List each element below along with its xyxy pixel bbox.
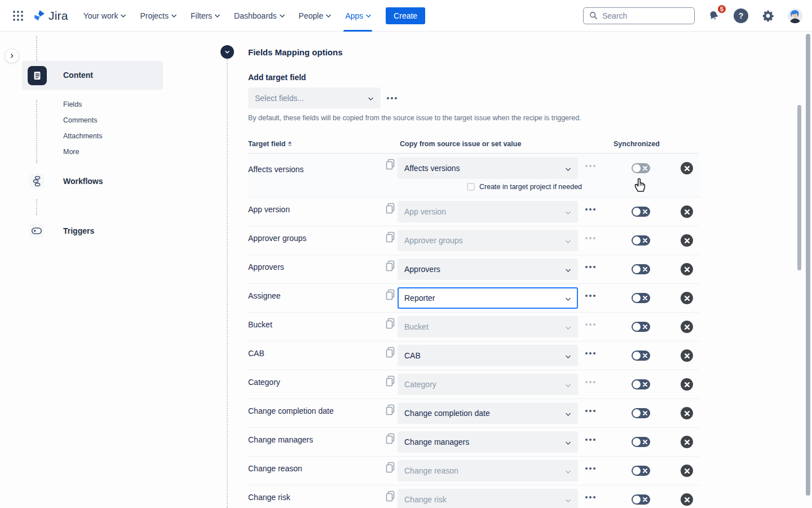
synchronized-toggle[interactable] bbox=[632, 207, 650, 217]
nav-item-dashboards[interactable]: Dashboards bbox=[227, 0, 292, 32]
copy-icon[interactable] bbox=[385, 490, 396, 502]
column-header-target-field[interactable]: Target field bbox=[248, 140, 292, 148]
row-more-options-button[interactable] bbox=[585, 410, 595, 412]
chevron-down-icon bbox=[566, 209, 571, 214]
sidebar-collapse-button[interactable] bbox=[5, 49, 19, 63]
select-fields-dropdown[interactable]: Select fields... bbox=[248, 87, 381, 108]
dropdown-value: Change managers bbox=[404, 437, 566, 446]
source-value-dropdown[interactable]: CAB bbox=[398, 345, 578, 366]
add-field-more-button[interactable] bbox=[387, 97, 397, 99]
remove-field-button[interactable] bbox=[681, 162, 693, 174]
sidebar-item-triggers[interactable]: Triggers bbox=[63, 226, 94, 235]
remove-field-button[interactable] bbox=[681, 205, 693, 218]
copy-icon[interactable] bbox=[385, 346, 396, 358]
copy-icon[interactable] bbox=[385, 375, 396, 387]
chevron-down-icon bbox=[566, 324, 571, 330]
source-value-dropdown[interactable]: Bucket bbox=[398, 316, 578, 338]
source-value-dropdown[interactable]: Approver groups bbox=[398, 230, 578, 251]
nav-item-people[interactable]: People bbox=[292, 0, 338, 32]
user-avatar[interactable] bbox=[787, 8, 803, 24]
copy-icon[interactable] bbox=[385, 432, 396, 445]
nav-item-label: Projects bbox=[140, 11, 169, 20]
settings-button[interactable] bbox=[760, 8, 776, 24]
row-more-options-button[interactable] bbox=[585, 165, 595, 167]
sidebar-subitem-attachments[interactable]: Attachments bbox=[63, 132, 102, 140]
gear-icon bbox=[762, 10, 774, 22]
remove-field-button[interactable] bbox=[681, 349, 693, 362]
row-more-options-button[interactable] bbox=[585, 381, 595, 383]
sidebar-item-workflows[interactable]: Workflows bbox=[63, 177, 103, 186]
synchronized-toggle[interactable] bbox=[632, 264, 650, 274]
source-value-dropdown[interactable]: Reporter bbox=[398, 287, 578, 309]
section-collapse-button[interactable] bbox=[220, 45, 234, 59]
jira-logo[interactable]: Jira bbox=[33, 9, 68, 23]
row-more-options-button[interactable] bbox=[585, 467, 595, 470]
source-value-dropdown[interactable]: Change completion date bbox=[398, 402, 578, 424]
synchronized-toggle[interactable] bbox=[632, 408, 650, 418]
inner-scrollbar-thumb[interactable] bbox=[797, 105, 801, 270]
nav-item-filters[interactable]: Filters bbox=[183, 0, 227, 32]
remove-field-button[interactable] bbox=[681, 263, 693, 275]
copy-icon[interactable] bbox=[385, 404, 396, 416]
help-button[interactable]: ? bbox=[733, 8, 749, 24]
synchronized-toggle[interactable] bbox=[632, 494, 650, 505]
chevron-down-icon bbox=[566, 238, 571, 243]
primary-nav-items: Your workProjectsFiltersDashboardsPeople… bbox=[76, 0, 378, 32]
synchronized-toggle[interactable] bbox=[632, 235, 650, 246]
synchronized-toggle[interactable] bbox=[632, 466, 650, 476]
copy-icon[interactable] bbox=[385, 461, 396, 474]
synchronized-toggle[interactable] bbox=[632, 437, 650, 447]
table-row: Approver groupsApprover groups bbox=[248, 226, 699, 255]
table-row: ApproversApprovers bbox=[248, 255, 699, 284]
synchronized-toggle[interactable] bbox=[632, 293, 650, 303]
search-input[interactable] bbox=[602, 11, 681, 20]
global-search[interactable] bbox=[583, 7, 695, 24]
sidebar-subitem-comments[interactable]: Comments bbox=[63, 116, 97, 124]
copy-icon[interactable] bbox=[385, 231, 396, 243]
page-scrollbar-thumb[interactable] bbox=[806, 34, 810, 496]
nav-item-your-work[interactable]: Your work bbox=[76, 0, 133, 32]
source-value-dropdown[interactable]: Change managers bbox=[398, 431, 578, 453]
nav-item-projects[interactable]: Projects bbox=[133, 0, 183, 32]
copy-icon[interactable] bbox=[385, 158, 396, 170]
notifications-button[interactable]: 5 bbox=[706, 8, 722, 24]
copy-icon[interactable] bbox=[385, 288, 396, 301]
row-more-options-button[interactable] bbox=[585, 496, 595, 498]
row-more-options-button[interactable] bbox=[585, 439, 595, 441]
row-more-options-button[interactable] bbox=[585, 266, 595, 268]
row-more-options-button[interactable] bbox=[585, 323, 595, 326]
source-value-dropdown[interactable]: App version bbox=[398, 201, 578, 222]
remove-field-button[interactable] bbox=[681, 292, 693, 304]
create-button[interactable]: Create bbox=[386, 7, 425, 24]
synchronized-toggle[interactable] bbox=[632, 163, 650, 173]
remove-field-button[interactable] bbox=[681, 321, 693, 333]
source-value-dropdown[interactable]: Category bbox=[398, 374, 578, 395]
sidebar-subitem-more[interactable]: More bbox=[63, 148, 79, 156]
source-value-dropdown[interactable]: Affects versions bbox=[398, 157, 578, 179]
remove-field-button[interactable] bbox=[681, 436, 693, 448]
remove-field-button[interactable] bbox=[681, 234, 693, 247]
copy-icon[interactable] bbox=[385, 317, 396, 330]
synchronized-toggle[interactable] bbox=[632, 379, 650, 389]
row-more-options-button[interactable] bbox=[585, 295, 595, 297]
create-in-target-checkbox[interactable] bbox=[467, 183, 475, 191]
source-value-dropdown[interactable]: Change risk bbox=[398, 489, 578, 508]
synchronized-toggle[interactable] bbox=[632, 351, 650, 361]
top-navigation-bar: Jira Your workProjectsFiltersDashboardsP… bbox=[0, 0, 812, 32]
remove-field-button[interactable] bbox=[681, 493, 693, 506]
app-switcher-icon[interactable] bbox=[9, 7, 27, 25]
remove-field-button[interactable] bbox=[681, 378, 693, 391]
copy-icon[interactable] bbox=[385, 202, 396, 214]
nav-item-apps[interactable]: Apps bbox=[338, 0, 378, 32]
sidebar-subitem-fields[interactable]: Fields bbox=[63, 100, 82, 108]
row-more-options-button[interactable] bbox=[585, 237, 595, 239]
synchronized-toggle[interactable] bbox=[632, 322, 650, 332]
row-more-options-button[interactable] bbox=[585, 352, 595, 354]
copy-icon[interactable] bbox=[385, 260, 396, 272]
row-more-options-button[interactable] bbox=[585, 208, 595, 211]
nav-item-label: Your work bbox=[83, 11, 118, 20]
source-value-dropdown[interactable]: Change reason bbox=[398, 460, 578, 481]
source-value-dropdown[interactable]: Approvers bbox=[398, 259, 578, 280]
remove-field-button[interactable] bbox=[681, 465, 693, 477]
remove-field-button[interactable] bbox=[681, 407, 693, 419]
